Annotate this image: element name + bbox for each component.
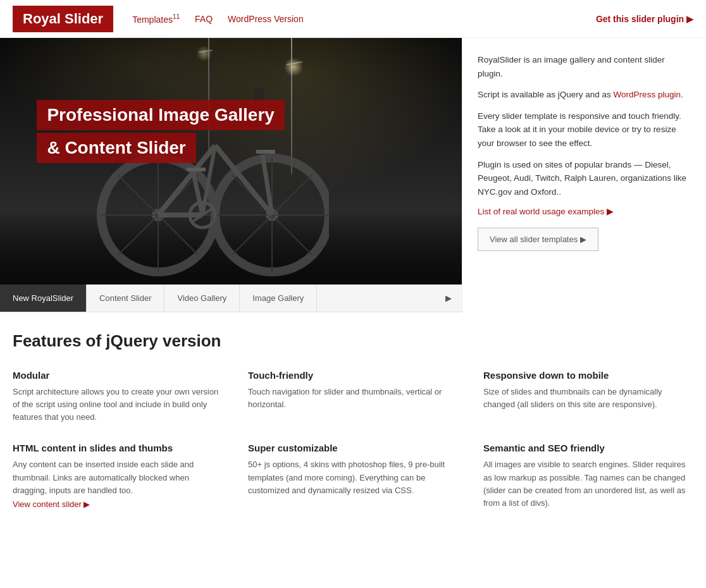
nav-wordpress[interactable]: WordPress Version xyxy=(228,14,304,24)
feature-responsive-desc: Size of slides and thumbnails can be dyn… xyxy=(483,386,693,411)
sidebar-desc1: RoyalSlider is an image gallery and cont… xyxy=(478,53,691,80)
view-templates-button[interactable]: View all slider templates ▶ xyxy=(478,228,598,251)
nav-templates[interactable]: Templates11 xyxy=(132,13,180,25)
sidebar-desc2: Script is available as jQuery and as Wor… xyxy=(478,88,691,102)
light-glow-1 xyxy=(284,58,303,77)
feature-customizable-desc: 50+ js options, 4 skins with photoshop f… xyxy=(248,458,458,496)
feature-customizable: Super customizable 50+ js options, 4 ski… xyxy=(248,443,458,510)
get-plugin-cta[interactable]: Get this slider plugin ▶ xyxy=(596,14,693,24)
tab-video-gallery[interactable]: Video Gallery xyxy=(164,285,240,312)
slider-image: Professional Image Gallery & Content Sli… xyxy=(0,38,462,285)
feature-responsive: Responsive down to mobile Size of slides… xyxy=(483,370,693,424)
feature-modular-title: Modular xyxy=(13,370,223,381)
feature-touch-title: Touch-friendly xyxy=(248,370,458,381)
wordpress-plugin-link[interactable]: WordPress plugin xyxy=(614,90,681,99)
feature-customizable-title: Super customizable xyxy=(248,443,458,453)
features-grid: Modular Script architecture allows you t… xyxy=(13,370,693,510)
light-glow-2 xyxy=(196,46,212,61)
sidebar-desc3: Every slider template is responsive and … xyxy=(478,109,691,150)
feature-modular: Modular Script architecture allows you t… xyxy=(13,370,223,424)
tab-content-slider[interactable]: Content Slider xyxy=(87,285,164,312)
feature-responsive-title: Responsive down to mobile xyxy=(483,370,693,381)
feature-touch-desc: Touch navigation for slider and thumbnai… xyxy=(248,386,458,411)
feature-seo-desc: All images are visible to search engines… xyxy=(483,458,693,510)
sidebar-desc4: Plugin is used on sites of popular brand… xyxy=(478,158,691,199)
real-world-link[interactable]: List of real world usage examples ▶ xyxy=(478,206,691,216)
slider-tabs: New RoyalSlider Content Slider Video Gal… xyxy=(0,285,462,312)
view-content-slider-link[interactable]: View content slider ▶ xyxy=(13,499,90,509)
feature-modular-desc: Script architecture allows you to create… xyxy=(13,386,223,424)
sidebar: RoyalSlider is an image gallery and cont… xyxy=(462,38,706,312)
feature-touch: Touch-friendly Touch navigation for slid… xyxy=(248,370,458,424)
slide-text-line2: & Content Slider xyxy=(37,133,195,163)
main-content: Professional Image Gallery & Content Sli… xyxy=(0,38,706,312)
slider-section: Professional Image Gallery & Content Sli… xyxy=(0,38,462,312)
feature-html-desc: Any content can be inserted inside each … xyxy=(13,458,223,496)
feature-seo: Semantic and SEO friendly All images are… xyxy=(483,443,693,510)
header: Royal Slider Templates11 FAQ WordPress V… xyxy=(0,0,706,38)
slide-text-line1: Professional Image Gallery xyxy=(37,100,285,130)
tab-image-gallery[interactable]: Image Gallery xyxy=(240,285,317,312)
features-section: Features of jQuery version Modular Scrip… xyxy=(0,312,706,522)
tab-next-arrow[interactable]: ▶ xyxy=(435,285,462,312)
feature-html-title: HTML content in slides and thumbs xyxy=(13,443,223,453)
nav-faq[interactable]: FAQ xyxy=(195,14,213,24)
logo[interactable]: Royal Slider xyxy=(13,6,113,32)
features-title: Features of jQuery version xyxy=(13,331,693,351)
tab-new-royalslider[interactable]: New RoyalSlider xyxy=(0,285,87,312)
slide-text-overlay: Professional Image Gallery & Content Sli… xyxy=(37,100,285,163)
feature-html-content: HTML content in slides and thumbs Any co… xyxy=(13,443,223,510)
feature-seo-title: Semantic and SEO friendly xyxy=(483,443,693,453)
nav: Templates11 FAQ WordPress Version Get th… xyxy=(132,13,693,25)
